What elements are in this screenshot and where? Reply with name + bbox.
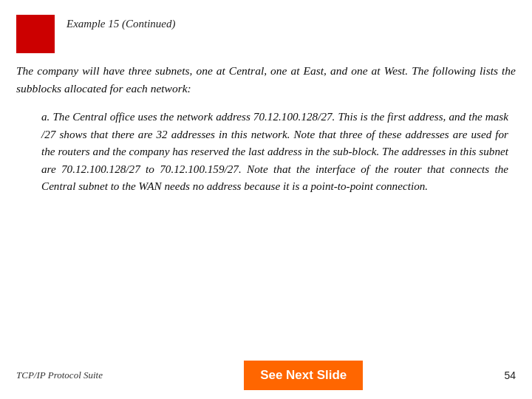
footer-row: TCP/IP Protocol Suite See Next Slide 54 (16, 361, 516, 390)
footer-label: TCP/IP Protocol Suite (16, 369, 103, 381)
page-container: Example 15 (Continued) The company will … (0, 0, 532, 399)
example-title: Example 15 (Continued) (66, 13, 175, 30)
header-row: Example 15 (Continued) (16, 13, 516, 53)
intro-paragraph: The company will have three subnets, one… (16, 62, 516, 98)
item-a-body: The Central office uses the network addr… (41, 110, 508, 192)
page-number: 54 (504, 369, 516, 381)
content-section: a.The Central office uses the network ad… (16, 108, 516, 195)
item-a-text: a.The Central office uses the network ad… (41, 108, 508, 195)
item-a-label: a. (41, 110, 50, 123)
see-next-slide-button[interactable]: See Next Slide (244, 361, 363, 390)
red-square-decoration (16, 15, 55, 53)
